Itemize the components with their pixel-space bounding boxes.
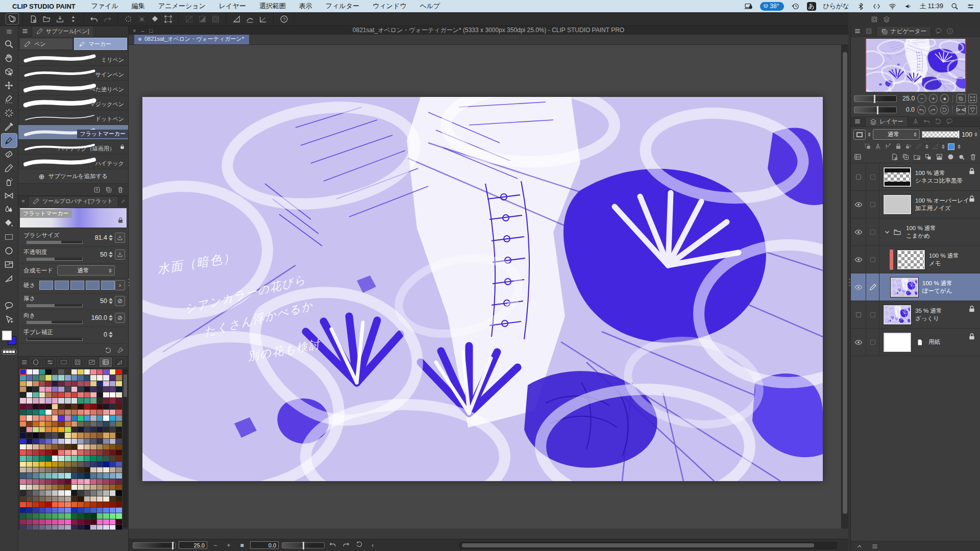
color-swatch[interactable] [65, 375, 71, 380]
color-swatch[interactable] [52, 490, 58, 495]
color-swatch[interactable] [27, 421, 33, 427]
color-swatch[interactable] [90, 513, 96, 518]
color-swatch[interactable] [78, 410, 84, 415]
nav-zoom-out-button[interactable]: − [917, 94, 926, 103]
color-swatch[interactable] [103, 427, 109, 432]
layer-thumbnail[interactable] [884, 305, 911, 324]
color-swatch[interactable] [71, 490, 78, 495]
time-machine-icon[interactable] [791, 3, 800, 10]
color-swatch[interactable] [20, 479, 26, 484]
color-swatch[interactable] [45, 490, 52, 495]
color-swatch[interactable] [52, 513, 58, 518]
color-swatch[interactable] [71, 369, 78, 374]
color-swatch[interactable] [110, 375, 116, 380]
color-swatch[interactable] [39, 375, 45, 380]
color-swatch[interactable] [65, 444, 71, 449]
color-swatch[interactable] [27, 485, 33, 490]
color-swatch[interactable] [97, 369, 103, 374]
color-swatch[interactable] [58, 375, 64, 380]
add-subtool-button[interactable]: ⊕ サブツールを追加する [18, 169, 128, 184]
color-swatch[interactable] [58, 410, 64, 415]
spotlight-icon[interactable] [950, 3, 959, 10]
ruler-tool[interactable] [2, 271, 17, 285]
color-swatch[interactable] [78, 433, 84, 438]
property-stepper[interactable] [109, 332, 113, 338]
color-swatch[interactable] [20, 439, 26, 444]
crop-mark-icon[interactable] [161, 13, 175, 24]
color-swatch[interactable] [103, 462, 109, 467]
color-swatch[interactable] [39, 381, 45, 386]
pen-pressure-button[interactable] [115, 249, 125, 260]
color-swatch[interactable] [110, 427, 116, 432]
color-swatch[interactable] [78, 496, 84, 502]
property-value[interactable]: 50 [88, 297, 107, 305]
color-swatch[interactable] [90, 462, 96, 467]
color-swatch[interactable] [20, 381, 26, 386]
menu-item[interactable]: ヘルプ [413, 2, 447, 10]
color-swatch[interactable] [58, 473, 64, 478]
color-swatch[interactable] [39, 519, 45, 524]
color-swatch[interactable] [97, 462, 103, 467]
color-swatch[interactable] [71, 485, 78, 490]
color-swatch[interactable] [20, 398, 26, 403]
color-swatch[interactable] [52, 398, 58, 403]
color-swatch[interactable] [97, 444, 103, 449]
color-swatch[interactable] [97, 513, 103, 518]
nav-fit-button[interactable] [957, 94, 965, 103]
color-swatch[interactable] [103, 398, 109, 403]
color-swatch[interactable] [45, 410, 52, 415]
color-swatch[interactable] [78, 467, 84, 472]
property-value[interactable]: 0 [88, 331, 107, 338]
color-swatch[interactable] [110, 410, 116, 415]
ruler-snap-icon[interactable] [230, 13, 243, 24]
color-swatch[interactable] [103, 473, 109, 478]
color-swatch[interactable] [78, 473, 84, 478]
color-swatch[interactable] [27, 519, 33, 524]
color-swatch[interactable] [58, 398, 64, 403]
color-swatch[interactable] [71, 467, 78, 472]
color-swatch[interactable] [116, 398, 122, 403]
color-swatch[interactable] [110, 392, 116, 397]
color-swatch[interactable] [116, 525, 122, 530]
color-swatch[interactable] [33, 496, 39, 502]
color-swatch[interactable] [110, 525, 116, 530]
color-swatch[interactable] [84, 398, 90, 403]
color-swatch[interactable] [33, 444, 39, 449]
color-swatch[interactable] [78, 444, 84, 449]
color-swatch[interactable] [78, 508, 84, 513]
color-swatch[interactable] [103, 467, 109, 472]
color-swatch[interactable] [45, 375, 52, 380]
color-swatch[interactable] [84, 496, 90, 502]
color-swatch[interactable] [90, 381, 96, 386]
color-swatch[interactable] [52, 375, 58, 380]
palette-color-swatch[interactable] [948, 143, 954, 150]
color-swatch[interactable] [20, 525, 26, 530]
color-swatch[interactable] [52, 444, 58, 449]
color-swatch[interactable] [84, 444, 90, 449]
color-swatch[interactable] [58, 502, 64, 507]
color-swatch[interactable] [20, 502, 26, 507]
color-swatch[interactable] [65, 381, 71, 386]
color-swatch[interactable] [33, 427, 39, 432]
color-swatch[interactable] [39, 496, 45, 502]
color-swatch[interactable] [52, 502, 58, 507]
eyedropper-tool[interactable] [2, 120, 17, 134]
property-stepper[interactable] [109, 298, 113, 304]
property-value[interactable]: 160.0 [88, 314, 107, 321]
undo-icon[interactable] [87, 13, 101, 24]
color-swatch[interactable] [97, 496, 103, 502]
color-swatch[interactable] [116, 415, 122, 420]
navigator-tab[interactable]: ナビゲーター [876, 26, 931, 36]
hardness-block[interactable] [70, 281, 84, 290]
color-swatch[interactable] [65, 473, 71, 478]
color-swatch[interactable] [90, 456, 96, 461]
color-swatch[interactable] [71, 462, 78, 467]
color-swatch[interactable] [116, 381, 122, 386]
color-swatch[interactable] [84, 467, 90, 472]
color-swatch[interactable] [65, 404, 71, 409]
layer-visibility-toggle[interactable] [851, 273, 866, 300]
zoom-slider[interactable] [133, 542, 176, 548]
color-swatch[interactable] [71, 502, 78, 507]
color-swatch[interactable] [71, 415, 78, 420]
subtool-item[interactable]: フラットマーカー [18, 125, 128, 140]
